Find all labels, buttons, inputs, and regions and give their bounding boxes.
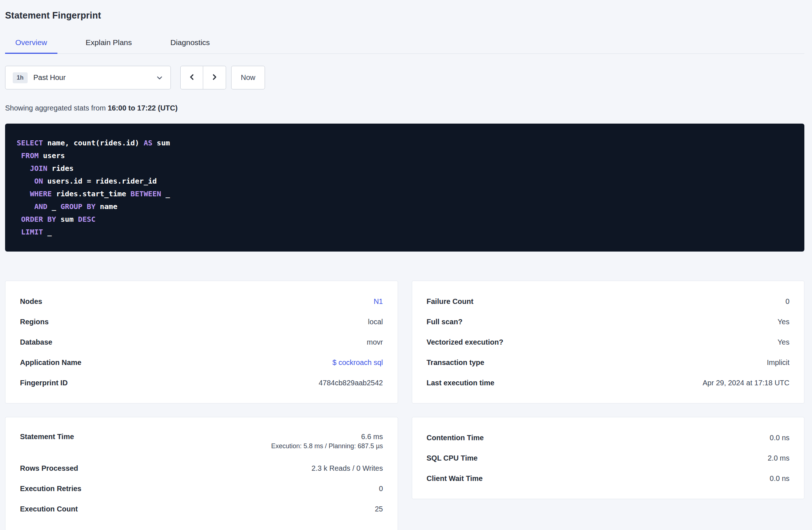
chevron-down-icon <box>156 74 163 81</box>
execution-count-label: Execution Count <box>20 505 78 513</box>
sql-keyword: BETWEEN <box>130 189 161 198</box>
sql-keyword: GROUP BY <box>60 202 95 211</box>
database-value: movr <box>367 338 383 346</box>
failure-count-label: Failure Count <box>427 297 474 306</box>
tab-bar: Overview Explain Plans Diagnostics <box>5 38 804 54</box>
sql-keyword: ON <box>34 177 43 185</box>
regions-value: local <box>368 318 383 326</box>
overview-card: Nodes N1 Regions local Database movr App… <box>5 281 398 403</box>
row-application-name: Application Name $ cockroach sql <box>20 352 383 373</box>
row-regions: Regions local <box>20 312 383 332</box>
statement-time-values: 6.6 ms Execution: 5.8 ms / Planning: 687… <box>271 433 383 450</box>
tab-diagnostics[interactable]: Diagnostics <box>160 38 220 54</box>
execution-retries-value: 0 <box>379 485 383 493</box>
fingerprint-id-value: 4784cb829aab2542 <box>319 379 383 387</box>
execution-count-value: 25 <box>375 505 383 513</box>
sql-keyword: DESC <box>78 215 96 224</box>
sql-statement: SELECT name, count(rides.id) AS sum FROM… <box>5 124 804 252</box>
rows-processed-value: 2.3 k Reads / 0 Writes <box>311 464 383 473</box>
statement-time-label: Statement Time <box>20 433 74 441</box>
sql-keyword: WHERE <box>30 189 52 198</box>
sql-text: _ <box>43 228 52 236</box>
time-interval-dropdown[interactable]: 1h Past Hour <box>5 66 171 89</box>
row-statement-time: Statement Time 6.6 ms Execution: 5.8 ms … <box>20 427 383 458</box>
sql-text <box>17 151 21 160</box>
interval-badge: 1h <box>13 72 28 83</box>
contention-time-label: Contention Time <box>427 434 484 442</box>
sql-keyword: JOIN <box>30 164 47 173</box>
statement-fingerprint-page: Statement Fingerprint Overview Explain P… <box>0 0 812 530</box>
page-title: Statement Fingerprint <box>5 6 804 21</box>
row-full-scan: Full scan? Yes <box>427 312 790 332</box>
full-scan-value: Yes <box>777 318 789 326</box>
chevron-left-icon <box>188 73 196 82</box>
sql-line: JOIN rides <box>17 162 793 175</box>
sql-line: LIMIT _ <box>17 226 793 238</box>
statement-time-value: 6.6 ms <box>361 433 383 441</box>
sql-keyword: LIMIT <box>21 228 43 236</box>
application-name-value-link[interactable]: $ cockroach sql <box>333 358 383 367</box>
transaction-type-value: Implicit <box>767 358 789 367</box>
nodes-value-link[interactable]: N1 <box>374 297 383 306</box>
sql-cpu-time-value: 2.0 ms <box>768 454 789 462</box>
sql-text: rides <box>47 164 73 173</box>
database-label: Database <box>20 338 52 346</box>
sql-text: sum <box>56 215 78 224</box>
sql-text <box>17 177 34 185</box>
sql-keyword: AS <box>144 138 152 147</box>
client-wait-time-value: 0.0 ns <box>770 474 789 483</box>
sql-text: _ <box>161 189 170 198</box>
row-rows-processed: Rows Processed 2.3 k Reads / 0 Writes <box>20 458 383 478</box>
row-last-execution-time: Last execution time Apr 29, 2024 at 17:1… <box>427 373 790 393</box>
row-contention-time: Contention Time 0.0 ns <box>427 427 790 448</box>
time-nav-arrows <box>180 66 226 89</box>
application-name-label: Application Name <box>20 358 81 367</box>
execution-attributes-card: Failure Count 0 Full scan? Yes Vectorize… <box>412 281 805 403</box>
sql-line: FROM users <box>17 149 793 162</box>
time-toolbar: 1h Past Hour Now <box>5 66 804 89</box>
next-interval-button[interactable] <box>203 66 226 89</box>
row-fingerprint-id: Fingerprint ID 4784cb829aab2542 <box>20 373 383 393</box>
sql-line: WHERE rides.start_time BETWEEN _ <box>17 188 793 200</box>
client-wait-time-label: Client Wait Time <box>427 474 483 483</box>
tab-overview[interactable]: Overview <box>5 38 57 54</box>
tab-explain-plans[interactable]: Explain Plans <box>76 38 142 54</box>
sql-text: name <box>96 202 117 211</box>
timing-card: Statement Time 6.6 ms Execution: 5.8 ms … <box>5 417 398 530</box>
sql-text: sum <box>152 138 170 147</box>
contention-time-value: 0.0 ns <box>770 434 789 442</box>
wait-time-card: Contention Time 0.0 ns SQL CPU Time 2.0 … <box>412 417 805 499</box>
full-scan-label: Full scan? <box>427 318 463 326</box>
regions-label: Regions <box>20 318 49 326</box>
sql-line: AND _ GROUP BY name <box>17 200 793 213</box>
sql-line: ON users.id = rides.rider_id <box>17 175 793 188</box>
summary-cards-row-1: Nodes N1 Regions local Database movr App… <box>5 281 804 403</box>
row-sql-cpu-time: SQL CPU Time 2.0 ms <box>427 448 790 468</box>
row-failure-count: Failure Count 0 <box>427 291 790 312</box>
row-vectorized-execution: Vectorized execution? Yes <box>427 332 790 352</box>
sql-cpu-time-label: SQL CPU Time <box>427 454 478 462</box>
transaction-type-label: Transaction type <box>427 358 485 367</box>
aggregated-stats-line: Showing aggregated stats from 16:00 to 1… <box>5 104 804 112</box>
now-button[interactable]: Now <box>231 66 265 89</box>
sql-line: SELECT name, count(rides.id) AS sum <box>17 137 793 149</box>
last-execution-time-label: Last execution time <box>427 379 495 387</box>
stats-line-range: 16:00 to 17:22 (UTC) <box>108 104 177 112</box>
sql-text: _ <box>47 202 60 211</box>
vectorized-execution-label: Vectorized execution? <box>427 338 503 346</box>
chevron-right-icon <box>210 73 218 82</box>
sql-text <box>17 202 34 211</box>
row-nodes: Nodes N1 <box>20 291 383 312</box>
rows-processed-label: Rows Processed <box>20 464 78 473</box>
row-execution-retries: Execution Retries 0 <box>20 478 383 499</box>
statement-time-breakdown: Execution: 5.8 ms / Planning: 687.5 µs <box>271 442 383 450</box>
summary-cards-row-2: Statement Time 6.6 ms Execution: 5.8 ms … <box>5 417 804 530</box>
interval-label: Past Hour <box>33 73 66 82</box>
sql-text <box>17 189 30 198</box>
sql-text: name, count(rides.id) <box>43 138 144 147</box>
previous-interval-button[interactable] <box>180 66 203 89</box>
fingerprint-id-label: Fingerprint ID <box>20 379 68 387</box>
failure-count-value: 0 <box>785 297 789 306</box>
row-database: Database movr <box>20 332 383 352</box>
sql-text <box>17 215 21 224</box>
